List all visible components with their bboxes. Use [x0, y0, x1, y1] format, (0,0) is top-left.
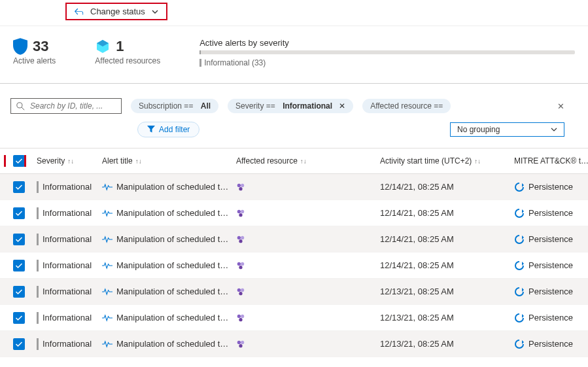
persistence-icon	[514, 260, 525, 271]
alert-title-cell[interactable]: Manipulation of scheduled t…	[98, 182, 232, 192]
row-checkbox[interactable]	[13, 312, 25, 324]
severity-cell: Informational	[33, 234, 98, 245]
col-time[interactable]: Activity start time (UTC+2) ↑↓	[376, 156, 510, 166]
close-icon[interactable]: ✕	[339, 101, 345, 111]
svg-point-10	[241, 236, 244, 239]
pulse-icon	[102, 262, 112, 270]
filter-bar: Subscription == All Severity == Informat…	[0, 84, 588, 119]
svg-point-7	[241, 209, 244, 213]
severity-cell: Informational	[33, 312, 98, 324]
affected-resources-stat: 1 Affected resources	[95, 38, 160, 65]
table-row[interactable]: Informational Manipulation of scheduled …	[0, 174, 588, 200]
table-row[interactable]: Informational Manipulation of scheduled …	[0, 226, 588, 253]
resource-cell	[232, 183, 376, 192]
svg-point-21	[237, 340, 241, 343]
svg-point-4	[241, 183, 244, 186]
summary-bar: 33 Active alerts 1 Affected resources Ac…	[0, 38, 588, 84]
severity-title: Active alerts by severity	[199, 38, 575, 48]
mitre-cell: Persistence	[510, 339, 588, 349]
active-alerts-value: 33	[33, 38, 48, 55]
row-checkbox[interactable]	[13, 338, 25, 350]
svg-point-19	[241, 314, 244, 317]
svg-point-9	[237, 236, 241, 239]
row-checkbox[interactable]	[13, 260, 25, 271]
col-severity[interactable]: Severity ↑↓	[33, 156, 98, 166]
severity-cell: Informational	[33, 286, 98, 298]
mitre-cell: Persistence	[510, 208, 588, 218]
persistence-icon	[514, 182, 525, 192]
grouping-dropdown[interactable]: No grouping	[450, 122, 564, 137]
resource-cell	[232, 313, 376, 323]
svg-point-6	[237, 209, 241, 213]
add-filter-button[interactable]: Add filter	[137, 122, 199, 137]
time-cell: 12/14/21, 08:25 AM	[376, 260, 510, 270]
table-row[interactable]: Informational Manipulation of scheduled …	[0, 305, 588, 331]
mitre-cell: Persistence	[510, 287, 588, 297]
select-all-checkbox[interactable]	[13, 155, 25, 167]
svg-line-1	[22, 107, 24, 110]
table-row[interactable]: Informational Manipulation of scheduled …	[0, 200, 588, 226]
resource-icon	[236, 287, 245, 296]
svg-point-16	[241, 288, 244, 291]
pulse-icon	[102, 183, 112, 191]
alert-title-cell[interactable]: Manipulation of scheduled t…	[98, 287, 232, 296]
svg-point-23	[239, 344, 242, 347]
severity-cell: Informational	[33, 260, 98, 271]
svg-point-12	[237, 262, 241, 265]
severity-cell: Informational	[33, 207, 98, 219]
persistence-icon	[514, 313, 525, 323]
search-input[interactable]	[29, 101, 114, 111]
resource-cell	[232, 261, 376, 270]
filter-pill-resource[interactable]: Affected resource ==	[362, 99, 451, 113]
svg-point-15	[237, 288, 241, 291]
col-title[interactable]: Alert title ↑↓	[98, 156, 232, 166]
clear-filters-icon[interactable]: ✕	[557, 101, 564, 111]
pulse-icon	[102, 340, 112, 348]
resource-icon	[236, 340, 245, 349]
pulse-icon	[102, 209, 112, 217]
col-mitre[interactable]: MITRE ATT&CK® t…	[510, 156, 588, 166]
svg-point-8	[239, 213, 242, 217]
alert-title-cell[interactable]: Manipulation of scheduled t…	[98, 234, 232, 244]
affected-resources-value: 1	[116, 38, 124, 55]
svg-point-14	[239, 266, 242, 269]
persistence-icon	[514, 208, 525, 218]
alert-title-cell[interactable]: Manipulation of scheduled t…	[98, 313, 232, 323]
alert-title-cell[interactable]: Manipulation of scheduled t…	[98, 208, 232, 218]
change-status-button[interactable]: Change status	[65, 3, 167, 20]
svg-point-11	[239, 239, 242, 243]
search-box[interactable]	[10, 98, 122, 114]
resource-cell	[232, 340, 376, 349]
resource-cell	[232, 209, 376, 218]
time-cell: 12/14/21, 08:25 AM	[376, 208, 510, 218]
resource-icon	[236, 261, 245, 270]
table-body: Informational Manipulation of scheduled …	[0, 174, 588, 357]
row-checkbox[interactable]	[13, 207, 25, 219]
pulse-icon	[102, 236, 112, 243]
table-row[interactable]: Informational Manipulation of scheduled …	[0, 253, 588, 279]
time-cell: 12/14/21, 08:25 AM	[376, 182, 510, 192]
table-row[interactable]: Informational Manipulation of scheduled …	[0, 279, 588, 305]
active-alerts-stat: 33 Active alerts	[13, 38, 56, 65]
cube-icon	[95, 39, 111, 54]
table-row[interactable]: Informational Manipulation of scheduled …	[0, 331, 588, 357]
pulse-icon	[102, 314, 112, 322]
svg-point-20	[239, 318, 242, 321]
filter-pill-severity[interactable]: Severity == Informational ✕	[228, 99, 353, 113]
alert-title-cell[interactable]: Manipulation of scheduled t…	[98, 260, 232, 270]
resource-cell	[232, 235, 376, 244]
filter-pill-subscription[interactable]: Subscription == All	[131, 99, 218, 113]
col-resource[interactable]: Affected resource ↑↓	[232, 156, 376, 166]
row-checkbox[interactable]	[13, 286, 25, 298]
resource-icon	[236, 209, 245, 218]
svg-point-13	[241, 262, 244, 265]
svg-point-0	[17, 102, 22, 107]
time-cell: 12/14/21, 08:25 AM	[376, 234, 510, 244]
chevron-down-icon	[152, 9, 158, 15]
search-icon	[16, 102, 25, 111]
alert-title-cell[interactable]: Manipulation of scheduled t…	[98, 339, 232, 349]
active-alerts-label: Active alerts	[13, 56, 56, 65]
row-checkbox[interactable]	[13, 234, 25, 245]
row-checkbox[interactable]	[13, 181, 25, 193]
time-cell: 12/13/21, 08:25 AM	[376, 287, 510, 296]
